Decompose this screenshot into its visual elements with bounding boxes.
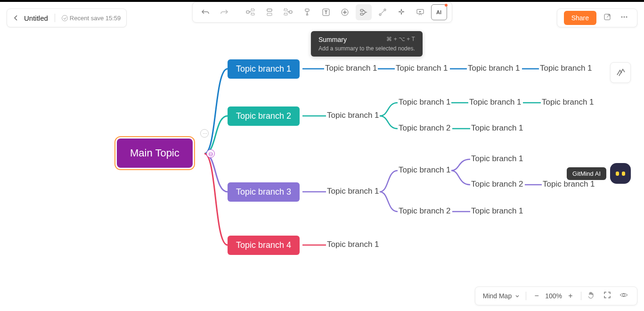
add-button[interactable] [337,4,353,20]
fullscreen-icon[interactable] [603,291,613,301]
gitmind-ai-bot-icon[interactable] [610,163,631,184]
leaf-node[interactable]: Topic branch 1 [471,123,523,133]
gitmind-ai: GitMind AI [567,163,631,184]
svg-point-17 [621,16,623,18]
main-topic-node[interactable]: Main Topic [117,139,193,168]
relationship-button[interactable] [375,4,391,20]
zoom-level: 100% [545,292,562,300]
svg-rect-7 [284,13,287,15]
add-child-button[interactable] [243,4,259,20]
tooltip-title: Summary [318,36,347,43]
check-circle-icon [62,15,68,21]
summary-tooltip: Summary ⌘ + ⌥ + T Add a summary to the s… [311,31,423,57]
divider [581,292,581,300]
branch-3-node[interactable]: Topic branch 3 [228,182,300,202]
undo-button[interactable] [197,4,213,20]
zoom-out-button[interactable]: − [532,291,541,301]
svg-rect-2 [251,13,254,15]
leaf-node[interactable]: Topic branch 1 [542,98,594,107]
branch-1-node[interactable]: Topic branch 1 [228,59,300,79]
branch-2-node[interactable]: Topic branch 2 [228,106,300,126]
ai-button[interactable]: AI [431,4,447,20]
svg-rect-0 [246,11,249,13]
branch-4-node[interactable]: Topic branch 4 [228,236,300,255]
svg-point-18 [624,16,625,18]
back-icon[interactable] [13,15,19,21]
tooltip-shortcut: ⌘ + ⌥ + T [386,36,415,43]
svg-point-13 [379,14,381,16]
divider [526,292,526,300]
gitmind-ai-label: GitMind AI [567,167,606,180]
document-title[interactable]: Untitled [24,14,48,22]
main-toolbar: AI [192,2,452,23]
zoom-controls: − 100% + [532,291,575,301]
open-external-icon[interactable] [603,13,613,23]
presentation-button[interactable] [412,4,428,20]
leaf-node[interactable]: Topic branch 1 [325,64,377,73]
layout-select[interactable]: Mind Map [483,292,520,300]
svg-rect-12 [360,13,363,15]
svg-point-32 [623,294,625,296]
svg-rect-8 [305,9,309,11]
add-parent-button[interactable] [280,4,296,20]
style-tool-button[interactable] [610,62,631,83]
leaf-node[interactable]: Topic branch 1 [469,98,522,107]
redo-button[interactable] [216,4,232,20]
svg-point-19 [626,16,628,18]
svg-rect-4 [267,13,272,16]
summary-button[interactable] [356,4,372,20]
svg-rect-1 [251,9,254,11]
chevron-down-icon [514,293,520,299]
text-button[interactable] [318,4,334,20]
leaf-node[interactable]: Topic branch 1 [471,154,523,164]
divider [55,14,55,22]
layout-label: Mind Map [483,292,512,300]
hand-tool-icon[interactable] [587,291,597,301]
right-actions: Share [557,8,637,27]
footer-bar: Mind Map − 100% + [475,286,637,305]
svg-rect-5 [289,11,292,13]
share-button[interactable]: Share [564,11,596,25]
leaf-node[interactable]: Topic branch 1 [327,240,379,249]
svg-point-14 [384,9,386,11]
leaf-node[interactable]: Topic branch 1 [327,111,379,120]
leaf-node[interactable]: Topic branch 2 [399,123,451,133]
svg-rect-3 [267,9,272,11]
node-menu-handle[interactable]: ⋯ [200,129,209,138]
sparkle-button[interactable] [393,4,409,20]
mindmap-canvas[interactable]: Main Topic ⋯ ⊖ Topic branch 1 Topic bran… [0,30,644,311]
leaf-node[interactable]: Topic branch 1 [540,64,592,73]
more-icon[interactable] [620,13,630,23]
collapse-handle[interactable]: ⊖ [206,149,215,158]
title-block: Untitled Recent save 15:59 [7,8,127,27]
save-status: Recent save 15:59 [62,15,121,22]
leaf-node[interactable]: Topic branch 1 [396,64,448,73]
leaf-node[interactable]: Topic branch 2 [399,206,451,216]
leaf-node[interactable]: Topic branch 1 [468,64,520,73]
eye-icon[interactable] [619,291,629,301]
tooltip-desc: Add a summary to the selected nodes. [318,45,415,52]
leaf-node[interactable]: Topic branch 1 [399,165,451,175]
leaf-node[interactable]: Topic branch 1 [399,98,451,107]
leaf-node[interactable]: Topic branch 1 [327,187,379,196]
leaf-node[interactable]: Topic branch 2 [471,180,523,189]
add-sibling-button[interactable] [261,4,277,20]
svg-rect-11 [360,9,363,11]
format-painter-button[interactable] [299,4,315,20]
leaf-node[interactable]: Topic branch 1 [471,206,523,216]
save-status-text: Recent save 15:59 [70,15,121,22]
zoom-in-button[interactable]: + [566,291,575,301]
svg-rect-6 [284,9,287,11]
